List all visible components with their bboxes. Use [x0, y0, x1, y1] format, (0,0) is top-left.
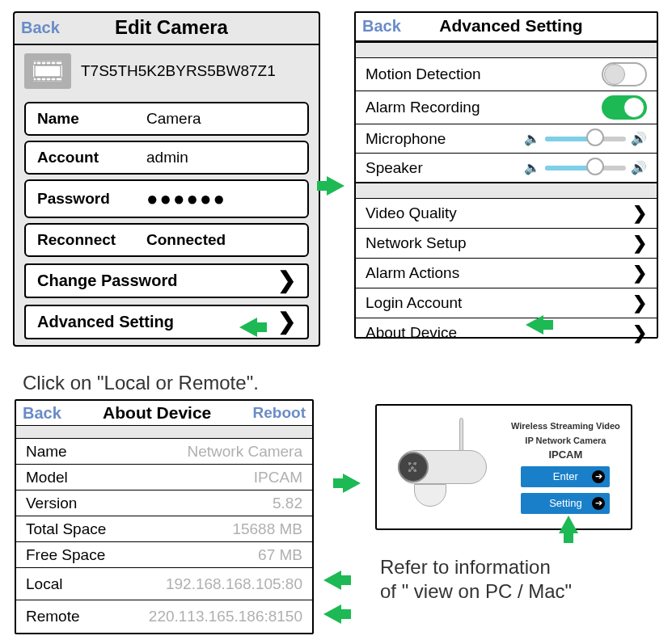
volume-low-icon: 🔈 [524, 131, 540, 146]
panel-advanced-setting: Back Advanced Setting Motion Detection A… [354, 11, 658, 339]
p3-total-space-row: Total Space 15688 MB [16, 516, 312, 542]
microphone-label: Microphone [366, 130, 446, 148]
p3-free-space-label: Free Space [26, 546, 105, 564]
chevron-right-icon: ❯ [632, 203, 647, 224]
panel1-title: Edit Camera [60, 16, 283, 39]
arrow-left-icon [323, 571, 341, 590]
change-password-label: Change Password [37, 272, 177, 290]
chevron-right-icon: ❯ [632, 322, 647, 343]
about-device-row[interactable]: About Device ❯ [356, 318, 657, 347]
device-info-block: Wireless Streaming Video IP Network Came… [511, 420, 620, 514]
camera-illustration [383, 415, 505, 520]
password-field[interactable]: Password ●●●●●● [24, 179, 309, 218]
video-quality-row[interactable]: Video Quality ❯ [356, 199, 657, 229]
panel1-header: Back Edit Camera [15, 13, 319, 45]
about-device-label: About Device [366, 324, 457, 342]
reconnect-field[interactable]: Reconnect Connected [24, 223, 309, 257]
name-label: Name [37, 110, 146, 128]
device-model: IPCAM [548, 448, 582, 461]
motion-detection-row[interactable]: Motion Detection [356, 58, 657, 91]
panel2-title: Advanced Setting [401, 16, 621, 36]
chevron-right-icon: ❯ [277, 313, 296, 331]
p3-name-value: Network Camera [187, 443, 302, 461]
arrow-left-icon [323, 604, 341, 624]
speaker-slider[interactable]: 🔈 🔊 [524, 160, 647, 175]
name-field[interactable]: Name Camera [24, 102, 309, 136]
chevron-right-icon: ❯ [632, 233, 647, 254]
alarm-actions-label: Alarm Actions [366, 264, 459, 282]
speaker-row[interactable]: Speaker 🔈 🔊 [356, 154, 657, 183]
arrow-right-icon: ➔ [592, 470, 605, 483]
p3-model-value: IPCAM [254, 469, 302, 486]
change-password-row[interactable]: Change Password ❯ [24, 263, 309, 298]
name-value: Camera [146, 110, 201, 128]
device-id-text: T7S5TH5K2BYRS5BW87Z1 [81, 62, 276, 80]
setting-button-label: Setting [549, 497, 581, 509]
p3-remote-value: 220.113.165.186:8150 [149, 608, 302, 625]
microphone-slider[interactable]: 🔈 🔊 [524, 131, 647, 146]
instruction-text: Click on "Local or Remote". [23, 372, 259, 394]
arrow-right-icon [327, 176, 344, 196]
device-id-row: T7S5TH5K2BYRS5BW87Z1 [15, 45, 319, 97]
network-setup-label: Network Setup [366, 234, 467, 252]
volume-high-icon: 🔊 [631, 131, 647, 146]
p3-local-row[interactable]: Local 192.168.168.105:80 [16, 568, 312, 600]
back-button[interactable]: Back [21, 19, 60, 37]
motion-detection-toggle[interactable] [602, 62, 647, 86]
p3-name-label: Name [26, 443, 67, 461]
motion-detection-label: Motion Detection [366, 65, 481, 83]
setting-button[interactable]: Setting ➔ [521, 493, 610, 514]
panel2-header: Back Advanced Setting [356, 13, 657, 42]
network-setup-row[interactable]: Network Setup ❯ [356, 229, 657, 259]
enter-button[interactable]: Enter ➔ [521, 466, 610, 487]
alarm-recording-toggle[interactable] [602, 95, 647, 120]
reboot-button[interactable]: Reboot [253, 404, 306, 422]
volume-low-icon: 🔈 [524, 160, 540, 175]
panel-device-preview: Wireless Streaming Video IP Network Came… [375, 404, 632, 530]
arrow-right-icon: ➔ [592, 497, 605, 510]
p3-model-label: Model [26, 469, 68, 486]
back-button[interactable]: Back [362, 17, 401, 36]
p3-name-row: Name Network Camera [16, 439, 312, 465]
account-field[interactable]: Account admin [24, 141, 309, 175]
volume-high-icon: 🔊 [631, 160, 647, 175]
panel-about-device: Back About Device Reboot Name Network Ca… [15, 399, 314, 634]
chevron-right-icon: ❯ [632, 263, 647, 284]
password-label: Password [37, 190, 146, 208]
instruction-text-2b: of " view on PC / Mac" [380, 580, 572, 603]
login-account-row[interactable]: Login Account ❯ [356, 288, 657, 318]
speaker-label: Speaker [366, 159, 423, 177]
login-account-label: Login Account [366, 294, 462, 312]
p3-remote-row[interactable]: Remote 220.113.165.186:8150 [16, 600, 312, 633]
video-quality-label: Video Quality [366, 204, 457, 222]
enter-button-label: Enter [553, 470, 578, 482]
panel-edit-camera: Back Edit Camera T7S5TH5K2BYRS5BW87Z1 Na… [13, 11, 320, 347]
back-button[interactable]: Back [23, 404, 61, 423]
account-label: Account [37, 149, 146, 166]
p3-model-row: Model IPCAM [16, 465, 312, 491]
p3-free-space-row: Free Space 67 MB [16, 542, 312, 568]
microphone-row[interactable]: Microphone 🔈 🔊 [356, 124, 657, 154]
p3-version-value: 5.82 [273, 495, 302, 512]
alarm-recording-row[interactable]: Alarm Recording [356, 91, 657, 124]
alarm-recording-label: Alarm Recording [366, 99, 480, 116]
p3-total-space-value: 15688 MB [232, 520, 302, 538]
arrow-right-icon [343, 474, 361, 493]
password-value: ●●●●●● [146, 187, 226, 210]
film-icon [24, 53, 71, 89]
instruction-text-2a: Refer to information [380, 556, 551, 579]
device-title-2: IP Network Camera [525, 435, 606, 446]
device-title-1: Wireless Streaming Video [511, 420, 620, 432]
divider [16, 426, 312, 439]
alarm-actions-row[interactable]: Alarm Actions ❯ [356, 259, 657, 288]
divider [356, 183, 657, 199]
account-value: admin [146, 149, 188, 166]
p3-version-label: Version [26, 495, 77, 512]
arrow-left-icon [239, 318, 257, 337]
advanced-setting-label: Advanced Setting [37, 313, 174, 331]
p3-free-space-value: 67 MB [258, 546, 302, 564]
p3-local-label: Local [26, 575, 62, 593]
p3-version-row: Version 5.82 [16, 491, 312, 516]
reconnect-label: Reconnect [37, 231, 146, 249]
arrow-left-icon [526, 315, 543, 335]
